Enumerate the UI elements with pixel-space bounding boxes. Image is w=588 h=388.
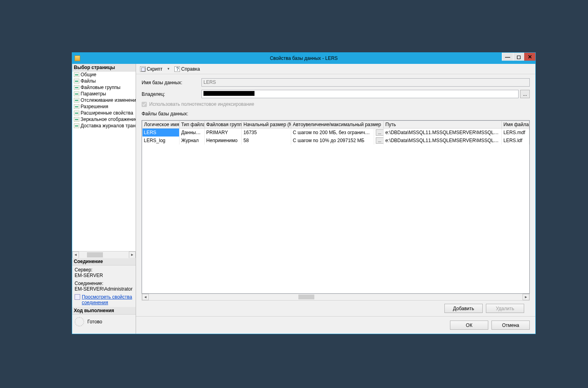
cell-filegroup[interactable]: PRIMARY xyxy=(205,129,242,137)
script-dropdown-icon[interactable]: ▼ xyxy=(166,67,171,71)
cell-logical[interactable]: LERS xyxy=(142,129,180,137)
sidebar-item-label: Общие xyxy=(81,72,96,77)
toolbar: Скрипт ▼ Справка xyxy=(136,64,535,74)
progress-header: Ход выполнения xyxy=(72,307,136,315)
cell-logical[interactable]: LERS_log xyxy=(142,137,180,145)
cell-autogrow-btn[interactable]: ... xyxy=(374,129,383,137)
page-icon xyxy=(74,91,79,96)
conn-value: EM-SERVER\Administrator xyxy=(75,286,133,292)
close-button[interactable]: ✕ xyxy=(524,53,535,61)
sidebar-hscroll[interactable]: ◄ ► xyxy=(72,251,136,258)
sidebar-item-change-tracking[interactable]: Отслеживание изменений xyxy=(72,97,136,103)
sidebar-item-log-shipping[interactable]: Доставка журналов транзакц xyxy=(72,123,136,129)
cell-filetype[interactable]: Журнал xyxy=(180,137,205,145)
col-filename[interactable]: Имя файла xyxy=(502,121,529,129)
scroll-track[interactable] xyxy=(79,251,129,258)
help-button[interactable]: Справка xyxy=(173,65,201,73)
col-initsize[interactable]: Начальный размер (МБ) xyxy=(242,121,291,129)
scroll-track[interactable] xyxy=(149,294,523,300)
sidebar-item-mirroring[interactable]: Зеркальное отображение xyxy=(72,116,136,123)
add-button[interactable]: Добавить xyxy=(444,304,483,313)
cell-path[interactable]: e:\DBData\MSSQL11.MSSQLEMSERVER\MSSQL\DA… xyxy=(384,129,502,137)
owner-field[interactable] xyxy=(201,90,519,98)
sidebar-item-ext-props[interactable]: Расширенные свойства xyxy=(72,110,136,116)
sidebar-item-label: Файловые группы xyxy=(81,85,120,90)
files-label: Файлы базы данных: xyxy=(142,111,530,117)
scroll-right-icon[interactable]: ► xyxy=(129,251,136,258)
scroll-right-icon[interactable]: ► xyxy=(523,294,529,300)
dialog-window: Свойства базы данных - LERS — ◻ ✕ Выбор … xyxy=(72,52,536,334)
col-path[interactable]: Путь xyxy=(384,121,502,129)
cell-initsize[interactable]: 58 xyxy=(242,137,291,145)
ok-button[interactable]: ОК xyxy=(450,321,488,330)
col-filetype[interactable]: Тип файла xyxy=(180,121,205,129)
sidebar-item-options[interactable]: Параметры xyxy=(72,91,136,97)
cell-filename[interactable]: LERS.mdf xyxy=(502,129,529,137)
cell-filetype[interactable]: Данные ... xyxy=(180,129,205,137)
cell-filegroup[interactable]: Неприменимо xyxy=(205,137,242,145)
scroll-thumb[interactable] xyxy=(87,252,103,257)
sidebar-item-filegroups[interactable]: Файловые группы xyxy=(72,84,136,91)
sidebar-item-permissions[interactable]: Разрешения xyxy=(72,103,136,110)
minimize-button[interactable]: — xyxy=(502,53,513,61)
sidebar-item-files[interactable]: Файлы xyxy=(72,78,136,84)
spinner-icon xyxy=(75,317,84,327)
delete-button: Удалить xyxy=(486,304,524,313)
progress-status: Готово xyxy=(87,319,102,325)
view-connection-props-link[interactable]: Просмотреть свойства соединения xyxy=(82,294,133,305)
select-page-header: Выбор страницы xyxy=(72,64,136,71)
script-button[interactable]: Скрипт xyxy=(138,65,164,73)
owner-label: Владелец: xyxy=(142,91,201,97)
scroll-left-icon[interactable]: ◄ xyxy=(142,294,149,300)
page-icon xyxy=(74,111,79,115)
scroll-thumb[interactable] xyxy=(298,295,314,299)
cell-autogrow-btn[interactable]: ... xyxy=(374,137,383,145)
cell-filename[interactable]: LERS.ldf xyxy=(502,137,529,145)
page-icon xyxy=(74,123,79,128)
script-label: Скрипт xyxy=(147,66,162,72)
col-filegroup[interactable]: Файловая группа xyxy=(205,121,242,129)
owner-redacted xyxy=(203,91,255,96)
sidebar-item-label: Параметры xyxy=(81,91,106,97)
sidebar-item-general[interactable]: Общие xyxy=(72,71,136,78)
ellipsis-button[interactable]: ... xyxy=(376,137,384,144)
page-icon xyxy=(74,98,79,103)
app-icon xyxy=(75,55,80,61)
page-list: Общие Файлы Файловые группы Параметры От… xyxy=(72,71,136,251)
connection-header: Соединение xyxy=(72,258,136,265)
files-grid[interactable]: Логическое имя Тип файла Файловая группа… xyxy=(142,120,530,294)
sidebar-item-label: Отслеживание изменений xyxy=(81,97,136,103)
page-icon xyxy=(74,104,79,109)
col-logical[interactable]: Логическое имя xyxy=(142,121,180,129)
page-icon xyxy=(74,85,79,90)
maximize-button[interactable]: ◻ xyxy=(513,53,524,61)
cell-autogrow[interactable]: С шагом по 10% до 2097152 МБ xyxy=(291,137,374,145)
ellipsis-button[interactable]: ... xyxy=(376,129,384,136)
col-autogrow[interactable]: Автоувеличение/максимальный размер xyxy=(291,121,383,129)
cancel-button[interactable]: Отмена xyxy=(491,321,530,330)
page-icon xyxy=(74,79,79,83)
script-icon xyxy=(140,66,146,72)
window-title: Свойства базы данных - LERS xyxy=(72,55,535,61)
page-icon xyxy=(74,117,79,122)
owner-browse-button[interactable]: ... xyxy=(520,90,530,98)
sidebar-item-label: Расширенные свойства xyxy=(81,110,133,116)
grid-hscroll[interactable]: ◄ ► xyxy=(142,294,530,301)
help-label: Справка xyxy=(181,66,200,72)
dialog-button-row: ОК Отмена xyxy=(136,316,535,334)
cell-autogrow[interactable]: С шагом по 200 МБ, без ограничений xyxy=(291,129,374,137)
connection-props-icon xyxy=(75,294,80,300)
sidebar-item-label: Разрешения xyxy=(81,104,108,109)
cell-path[interactable]: e:\DBData\MSSQL11.MSSQLEMSERVER\MSSQL\DA… xyxy=(384,137,502,145)
fulltext-label: Использовать полнотекстовое индексирован… xyxy=(149,101,254,107)
sidebar-item-label: Доставка журналов транзакц xyxy=(81,123,136,129)
table-row[interactable]: LERS Данные ... PRIMARY 16735 С шагом по… xyxy=(142,129,529,137)
cell-initsize[interactable]: 16735 xyxy=(242,129,291,137)
scroll-left-icon[interactable]: ◄ xyxy=(72,251,79,258)
page-icon xyxy=(74,72,79,77)
server-label: Сервер: xyxy=(75,267,133,273)
titlebar[interactable]: Свойства базы данных - LERS — ◻ ✕ xyxy=(72,53,535,64)
table-row[interactable]: LERS_log Журнал Неприменимо 58 С шагом п… xyxy=(142,137,529,145)
grid-header-row: Логическое имя Тип файла Файловая группа… xyxy=(142,121,529,129)
db-name-field: LERS xyxy=(201,78,530,87)
